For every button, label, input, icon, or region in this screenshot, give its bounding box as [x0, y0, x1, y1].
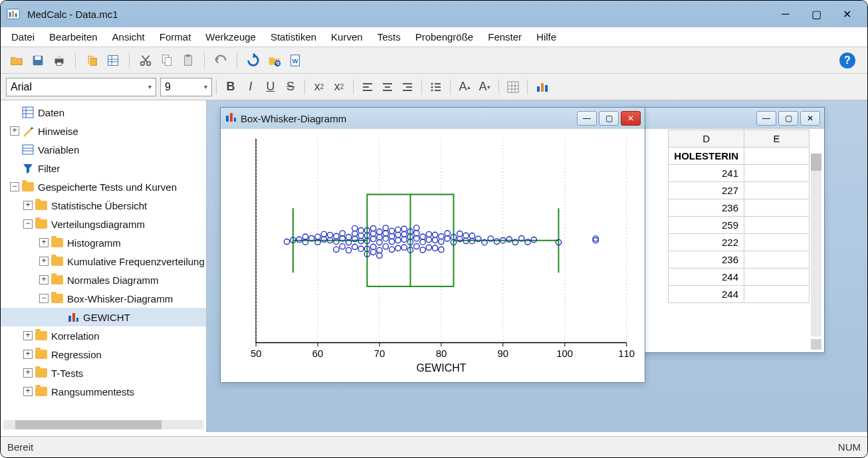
tree-item-normales[interactable]: +Normales Diagramm [1, 271, 206, 289]
chart-button[interactable] [532, 77, 552, 97]
tree-item-regression[interactable]: +Regression [1, 345, 206, 364]
tree-item-verteilung[interactable]: −Verteilungsdiagramm [1, 215, 206, 233]
tree-item-hinweise[interactable]: +Hinweise [1, 122, 206, 140]
grid-cell[interactable] [744, 182, 810, 199]
cut-icon[interactable] [136, 51, 155, 70]
svg-point-147 [401, 231, 407, 237]
font-size-value: 9 [165, 81, 171, 93]
tree-item-kumulative[interactable]: +Kumulative Frequenzverteilung [1, 252, 206, 271]
export-word-icon[interactable]: W [286, 51, 305, 70]
open-icon[interactable] [7, 51, 26, 70]
decrease-font-button[interactable]: A▾ [475, 77, 494, 97]
grid-cell[interactable] [744, 217, 810, 234]
menu-fenster[interactable]: Fenster [481, 29, 528, 45]
tree-item-filter[interactable]: Filter [1, 159, 206, 177]
grid-cell[interactable]: 244 [669, 269, 744, 286]
menu-bearbeiten[interactable]: Bearbeiten [43, 29, 104, 45]
grid-cell[interactable] [744, 251, 810, 269]
col-header-e[interactable]: E [744, 130, 810, 148]
sidebar-hscrollbar[interactable] [3, 420, 203, 429]
grid-cell[interactable]: 259 [669, 217, 744, 234]
menu-hilfe[interactable]: Hilfe [530, 29, 563, 45]
table-button[interactable] [503, 77, 523, 97]
font-family-combo[interactable]: Arial▾ [6, 78, 156, 96]
grid-cell[interactable] [744, 234, 810, 251]
menu-datei[interactable]: Datei [5, 29, 41, 45]
sidebar: Daten +Hinweise Variablen Filter −Gespei… [1, 100, 207, 432]
italic-button[interactable]: I [241, 77, 261, 97]
data-window-titlebar[interactable]: — ▢ ✕ [626, 108, 824, 129]
menu-werkzeuge[interactable]: Werkzeuge [199, 29, 263, 45]
menu-format[interactable]: Format [153, 29, 198, 45]
bold-button[interactable]: B [221, 77, 241, 97]
help-icon[interactable]: ? [839, 53, 855, 68]
data-window-maximize[interactable]: ▢ [778, 111, 798, 126]
subscript-button[interactable]: x2 [309, 77, 329, 97]
grid-cell[interactable]: 236 [669, 251, 744, 269]
grid-cell[interactable] [744, 286, 810, 303]
font-size-combo[interactable]: 9▾ [160, 78, 212, 96]
data-grid[interactable]: DE HOLESTERIN 241 227 236 259 222 236 24… [626, 130, 824, 352]
grid-cell[interactable]: 241 [669, 165, 744, 182]
tree-item-statistische[interactable]: +Statistische Übersicht [1, 196, 206, 215]
chart-window-minimize[interactable]: — [577, 111, 597, 126]
tree-item-histogramm[interactable]: +Histogramm [1, 233, 206, 252]
data-window[interactable]: — ▢ ✕ DE HOLESTERIN 241 227 236 259 222 … [625, 107, 825, 353]
align-left-button[interactable] [358, 77, 378, 97]
copy-icon[interactable] [158, 51, 176, 70]
save-icon[interactable] [29, 51, 47, 70]
grid-cell[interactable] [744, 148, 810, 165]
print-icon[interactable] [50, 51, 68, 70]
menu-statistiken[interactable]: Statistiken [264, 29, 323, 45]
grid-cell[interactable]: 236 [669, 199, 744, 217]
grid-cell[interactable] [744, 199, 810, 217]
menu-probengroesse[interactable]: Probengröße [409, 29, 481, 45]
menu-kurven[interactable]: Kurven [324, 29, 370, 45]
refresh-folder-icon[interactable] [265, 51, 284, 70]
tree-item-daten[interactable]: Daten [1, 103, 206, 122]
svg-point-183 [494, 239, 499, 244]
chart-window-close[interactable]: ✕ [621, 111, 641, 126]
new-sheet-icon[interactable] [104, 51, 122, 70]
undo-icon[interactable] [211, 51, 230, 70]
menu-ansicht[interactable]: Ansicht [106, 29, 152, 45]
superscript-button[interactable]: x2 [329, 77, 349, 97]
col-header-d[interactable]: D [669, 130, 744, 148]
grid-cell[interactable]: 244 [669, 286, 744, 303]
menu-tests[interactable]: Tests [371, 29, 407, 45]
chart-window-maximize[interactable]: ▢ [599, 111, 619, 126]
svg-point-146 [401, 237, 407, 242]
tree-item-gewicht[interactable]: GEWICHT [1, 308, 206, 326]
data-window-minimize[interactable]: — [756, 111, 776, 126]
strike-button[interactable]: S [280, 77, 300, 97]
tree-item-boxwhisker[interactable]: −Box-Whisker-Diagramm [1, 289, 206, 308]
data-window-close[interactable]: ✕ [800, 111, 820, 126]
bullet-list-button[interactable] [426, 77, 446, 97]
svg-point-117 [358, 246, 364, 251]
tree-item-ttests[interactable]: +T-Tests [1, 364, 206, 382]
grid-cell[interactable] [744, 165, 810, 182]
chart-window-titlebar[interactable]: Box-Whisker-Diagramm — ▢ ✕ [221, 108, 645, 129]
grid-cell[interactable]: 222 [669, 234, 744, 251]
grid-cell[interactable] [744, 269, 810, 286]
copy-sheet-icon[interactable] [82, 51, 101, 70]
paste-icon[interactable] [179, 51, 197, 70]
chart-window[interactable]: Box-Whisker-Diagramm — ▢ ✕ 5060708090100… [220, 107, 645, 383]
close-button[interactable]: ✕ [831, 5, 862, 23]
grid-vscrollbar[interactable] [811, 154, 821, 336]
tree-item-gespeicherte[interactable]: −Gespeicherte Tests und Kurven [1, 177, 206, 196]
tree-item-korrelation[interactable]: +Korrelation [1, 326, 206, 345]
svg-point-164 [432, 237, 437, 243]
align-center-button[interactable] [378, 77, 397, 97]
grid-cell[interactable]: 227 [669, 182, 744, 199]
minimize-button[interactable]: ─ [770, 5, 801, 23]
underline-button[interactable]: U [261, 77, 280, 97]
align-right-button[interactable] [397, 77, 417, 97]
refresh-icon[interactable] [244, 51, 263, 70]
tree-item-variablen[interactable]: Variablen [1, 140, 206, 159]
tree-item-rangsummen[interactable]: +Rangsummentests [1, 382, 206, 401]
grid-cell[interactable]: HOLESTERIN [669, 148, 744, 165]
increase-font-button[interactable]: A▴ [455, 77, 475, 97]
maximize-button[interactable]: ▢ [801, 5, 831, 23]
grid-resize-grip[interactable] [811, 339, 821, 350]
